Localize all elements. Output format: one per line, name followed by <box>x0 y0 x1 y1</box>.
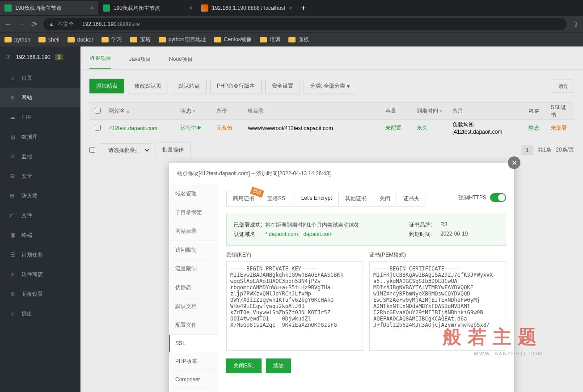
brand-value: R3 <box>440 221 447 229</box>
folder-icon <box>159 37 166 42</box>
ms-item-traffic[interactable]: 流量限制 <box>169 260 218 278</box>
force-https-label: 强制HTTPS <box>458 194 486 202</box>
ms-item-index[interactable]: 默认文档 <box>169 297 218 316</box>
favicon-icon <box>103 4 110 12</box>
pem-textarea[interactable]: -----BEGIN CERTIFICATE----- MIIFKjCCBBKg… <box>369 261 506 351</box>
bookmark-item[interactable]: shell <box>38 37 59 43</box>
favicon-icon <box>4 4 12 12</box>
close-icon[interactable]: ✕ <box>508 156 520 169</box>
ssl-info-box: 已部署成功:将在距离到期时间1个月内尝试自动续签 认证域名:*.dapaoit.… <box>226 214 506 246</box>
tab-title: 190负载均衡主节点 <box>15 4 87 12</box>
key-textarea[interactable]: -----BEGIN PRIVATE KEY----- MIIEvwIBADAN… <box>226 261 363 351</box>
folder-icon <box>101 37 109 42</box>
bookmarks-bar: python shell docker 学习 宝塔 python项目地址 Cen… <box>0 32 583 46</box>
tab-title: 190负载均衡主节点 <box>114 4 186 12</box>
browser-tab[interactable]: 192.168.1.190:8888 / localhost × <box>197 1 296 15</box>
switch-on-icon[interactable] <box>490 193 506 202</box>
bookmark-item[interactable]: 面板 <box>288 36 309 43</box>
url-text: 192.168.1.190:8888/site <box>82 21 140 27</box>
ssl-tab-other[interactable]: 其他证书 <box>339 191 373 206</box>
ms-item-config[interactable]: 配置文件 <box>169 316 218 335</box>
domain-label: 认证域名: <box>234 231 265 238</box>
deploy-label: 已部署成功: <box>234 221 265 229</box>
ms-item-composer[interactable]: Composer <box>169 371 218 388</box>
folder-icon <box>260 37 267 42</box>
back-icon[interactable]: ← <box>4 20 12 28</box>
bookmark-item[interactable]: 宝塔 <box>130 36 151 43</box>
folder-icon <box>4 37 12 42</box>
insecure-label: 不安全 <box>58 21 74 28</box>
ms-item-subdir[interactable]: 子目录绑定 <box>169 203 218 222</box>
bookmark-item[interactable]: python <box>4 37 30 43</box>
renew-button[interactable]: 续签 <box>266 358 291 373</box>
bookmark-item[interactable]: 学习 <box>101 36 122 43</box>
close-icon[interactable]: × <box>189 5 192 11</box>
pem-label: 证书(PEM格式) <box>369 251 506 259</box>
cert-expiry-value: 2022-06-19 <box>440 231 468 238</box>
forward-icon[interactable]: → <box>18 20 25 28</box>
folder-icon <box>288 37 296 42</box>
force-https-toggle[interactable]: 强制HTTPS <box>458 193 506 202</box>
modal-title: 站点修改[412test.dapaoit.com] -- 添加时间[2022-0… <box>169 163 514 185</box>
ssl-tab-commercial[interactable]: 商用证书推荐 <box>227 191 261 206</box>
share-icon[interactable]: ⇪ <box>573 20 579 29</box>
bookmark-item[interactable]: Centos镜像 <box>214 36 252 43</box>
bookmark-item[interactable]: docker <box>68 37 93 43</box>
ms-item-ssl[interactable]: SSL <box>169 335 218 352</box>
bookmark-item[interactable]: 培训 <box>260 36 280 43</box>
ms-item-tomcat[interactable]: Tomcat <box>169 388 218 392</box>
insecure-icon: ▲ <box>49 21 54 27</box>
folder-icon <box>130 37 137 42</box>
browser-tabs: 190负载均衡主节点 × 190负载均衡主节点 × 192.168.1.190:… <box>0 0 583 16</box>
browser-tab[interactable]: 190负载均衡主节点 × <box>98 1 197 15</box>
close-icon[interactable]: × <box>289 5 292 11</box>
ms-item-webdir[interactable]: 网站目录 <box>169 222 218 241</box>
ssl-tabs: 商用证书推荐 宝塔SSL Let's Encrypt 其他证书 关闭 证书夹 <box>226 191 426 207</box>
ms-item-domain[interactable]: 域名管理 <box>169 185 218 203</box>
key-label: 密钥(KEY) <box>226 251 363 259</box>
close-ssl-button[interactable]: 关闭SSL <box>226 358 262 373</box>
folder-icon <box>68 37 75 42</box>
site-edit-modal: ✕ 站点修改[412test.dapaoit.com] -- 添加时间[2022… <box>169 163 514 392</box>
close-icon[interactable]: × <box>91 5 94 11</box>
ms-item-php[interactable]: PHP版本 <box>169 352 218 371</box>
address-bar: ← → ⟳ ▲ 不安全 | 192.168.1.190:8888/site ⇪ <box>0 16 583 32</box>
bookmark-item[interactable]: python项目地址 <box>159 36 206 43</box>
domain-value: *.dapaoit.com、dapaoit.com <box>265 231 333 238</box>
favicon-icon <box>201 4 208 12</box>
new-tab-button[interactable]: + <box>296 4 310 13</box>
url-input[interactable]: ▲ 不安全 | 192.168.1.190:8888/site <box>43 18 566 30</box>
modal-main: 商用证书推荐 宝塔SSL Let's Encrypt 其他证书 关闭 证书夹 强… <box>218 185 514 392</box>
folder-icon <box>38 37 46 42</box>
ssl-tab-letsencrypt[interactable]: Let's Encrypt <box>295 191 339 206</box>
folder-icon <box>214 37 221 42</box>
ssl-tab-certstore[interactable]: 证书夹 <box>397 191 426 206</box>
tab-title: 192.168.1.190:8888 / localhost <box>212 5 285 11</box>
ssl-tab-close[interactable]: 关闭 <box>373 191 397 206</box>
brand-label: 证书品牌: <box>409 221 440 229</box>
ms-item-rewrite[interactable]: 伪静态 <box>169 278 218 297</box>
ssl-tab-bt[interactable]: 宝塔SSL <box>261 191 295 206</box>
reload-icon[interactable]: ⟳ <box>31 20 37 29</box>
cert-expiry-label: 到期时间: <box>409 231 440 238</box>
modal-sidebar: 域名管理 子目录绑定 网站目录 访问限制 流量限制 伪静态 默认文档 配置文件 … <box>169 185 218 392</box>
browser-tab[interactable]: 190负载均衡主节点 × <box>0 1 98 15</box>
ms-item-access[interactable]: 访问限制 <box>169 241 218 260</box>
deploy-value: 将在距离到期时间1个月内尝试自动续签 <box>265 221 359 229</box>
